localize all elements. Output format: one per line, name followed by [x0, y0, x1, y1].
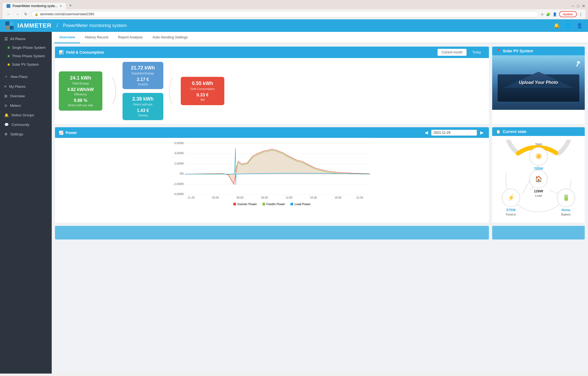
svg-text:03:00: 03:00 [212, 196, 219, 199]
settings-item[interactable]: ⚙ Settings [0, 129, 52, 139]
bell-icon: 🔔 [4, 113, 9, 117]
upload-photo-text[interactable]: Upload Your Photo [519, 80, 558, 85]
svg-text:21:00: 21:00 [356, 196, 363, 199]
browser-tab[interactable]: PowerMeter monitoring syste... ✕ [3, 3, 66, 9]
date-input[interactable] [431, 130, 477, 136]
url-text: iammeter.com/dz/user/overview/2393 [40, 12, 535, 16]
all-places-title[interactable]: ☰ All Places [0, 35, 52, 43]
grid-label: Grid Consumption [186, 87, 219, 90]
bill-label: Bill [186, 98, 219, 101]
community-item[interactable]: 💬 Community [0, 120, 52, 129]
state-icon: 📋 [496, 129, 501, 134]
logo-area: IAMMETER [5, 22, 51, 30]
tab-overview[interactable]: Overview [54, 32, 80, 43]
menu-lines-icon: ☰ [4, 37, 8, 41]
sidebar-item-solar-pv[interactable]: Solar PV System [0, 60, 52, 69]
sidebar-item-single-phase[interactable]: Single Phase System [0, 43, 52, 52]
yield-node: Yield ☀️ 703W [529, 142, 548, 171]
solar-panel-title: Solar PV System [503, 49, 533, 53]
sidebar-item-three-phase[interactable]: Three Phase System [0, 52, 52, 60]
new-place-item[interactable]: ＋ New Place [0, 71, 52, 82]
battery-node-label: Battery [561, 213, 571, 216]
extensions-icon[interactable]: 🧩 [546, 12, 550, 16]
load-dot [290, 203, 293, 205]
app-header: IAMMETER / PowerMeter monitoring system … [0, 19, 588, 32]
tab-autosend[interactable]: Auto-Sending Settings [148, 32, 192, 43]
maximize-button[interactable]: □ [577, 4, 579, 8]
sidebar: ☰ All Places Single Phase System Three P… [0, 32, 52, 374]
star-icon[interactable]: ☆ [541, 12, 544, 16]
close-tab-button[interactable]: ✕ [60, 4, 62, 8]
notice-groups-item[interactable]: 🔔 Notice Groups [0, 110, 52, 120]
new-tab-button[interactable]: + [66, 2, 74, 9]
svg-text:09:00: 09:00 [261, 196, 268, 199]
legend-load: Load Power [290, 202, 311, 206]
status-dot-green-2 [8, 55, 10, 57]
yield-node-circle: ☀️ [529, 147, 548, 166]
direct-label: Direct self-use [127, 103, 158, 106]
efficiency-value: 4.82 kWh/kW [64, 87, 97, 92]
back-button[interactable]: ← [5, 11, 12, 17]
legend-feedin: FeedIn Power [262, 202, 285, 206]
logo-sq-4 [10, 26, 14, 30]
minimize-button[interactable]: ─ [572, 4, 574, 8]
grid-value: 0.55 kWh [186, 81, 219, 86]
exported-value: 21.72 kWh [127, 65, 158, 71]
close-button[interactable]: ✕ [582, 4, 585, 8]
state-panel-header: 📋 Current state [492, 127, 585, 136]
feedin-label: FeedIn Power [267, 202, 285, 206]
svg-text:18:00: 18:00 [335, 196, 341, 199]
svg-text:06:00: 06:00 [237, 196, 243, 199]
svg-text:-4,000W: -4,000W [173, 193, 184, 196]
efficiency-label: Efficiency [64, 93, 97, 96]
power-chart: 6,000W 4,000W 2,000W 0W -2,000W -4,000W [58, 140, 486, 200]
logo-text: IAMMETER [17, 22, 51, 29]
plus-icon: ＋ [4, 74, 8, 79]
solar-photo[interactable]: ↗ Upload Your Photo [492, 55, 585, 110]
load-node-circle: 🏠 [529, 170, 548, 188]
menu-icon[interactable]: ⋮ [579, 12, 583, 16]
reload-button[interactable]: ↻ [23, 11, 29, 17]
power-panel: 📈 Power ◀ ▶ 6,000W [55, 127, 489, 223]
yield-panel-icon: 📊 [59, 50, 63, 54]
user-icon[interactable]: 👤 [577, 23, 583, 29]
update-button[interactable]: Update [559, 11, 577, 17]
next-date-button[interactable]: ▶ [479, 129, 485, 136]
yield-panel: 📊 Yield & Consumption Current month Toda… [55, 47, 489, 124]
exported-label: Exported Energy [127, 72, 158, 75]
status-dot-green [8, 47, 10, 49]
current-state-panel: 📋 Current state [492, 127, 585, 223]
direct-selfuse-card: 2.38 kWh Direct self-use 1.43 € Saving [122, 93, 163, 120]
profile-icon[interactable]: 👤 [553, 12, 557, 16]
svg-text:-2,000W: -2,000W [173, 183, 184, 186]
saving-value: 1.43 € [127, 108, 158, 113]
overview-item[interactable]: ⊞ Overview [0, 91, 52, 101]
tab-bar: Overview History Record Report Analysis … [52, 32, 588, 43]
address-bar[interactable]: 🔒 iammeter.com/dz/user/overview/2393 [31, 11, 538, 17]
forward-button[interactable]: → [14, 11, 21, 17]
tab-report[interactable]: Report Analysis [113, 32, 148, 43]
solar-pv-panel: 📍 Solar PV System ↗ Upload Your Photo [492, 47, 585, 124]
battery-node-circle: 🔋 [557, 189, 575, 207]
yield-panel-title: Yield & Consumption [66, 50, 104, 54]
load-node: 🏠 128W Load [529, 170, 548, 197]
load-label: Load Power [295, 202, 311, 206]
battery-node-value: None [562, 208, 571, 212]
svg-text:6,000W: 6,000W [174, 142, 184, 145]
notification-icon[interactable]: 🔔 [554, 23, 560, 29]
inverter-label: Inverter Power [237, 202, 257, 206]
my-places-item[interactable]: ≡ My Places [0, 82, 52, 91]
language-icon[interactable]: 🌐 [565, 23, 571, 29]
logo-sq-3 [5, 26, 9, 30]
tab-history[interactable]: History Record [80, 32, 113, 43]
battery-node: 🔋 None Battery [557, 189, 575, 216]
today-btn[interactable]: Today [468, 49, 485, 56]
list-icon: ≡ [4, 84, 7, 89]
yield-node-label: Yield [535, 142, 542, 146]
inverter-dot [233, 203, 236, 205]
meters-item[interactable]: ⊙ Meters [0, 101, 52, 110]
bottom-panel-left [55, 226, 489, 239]
current-month-btn[interactable]: Current month [437, 49, 467, 56]
prev-date-button[interactable]: ◀ [423, 129, 430, 136]
svg-text:4,000W: 4,000W [174, 152, 184, 155]
